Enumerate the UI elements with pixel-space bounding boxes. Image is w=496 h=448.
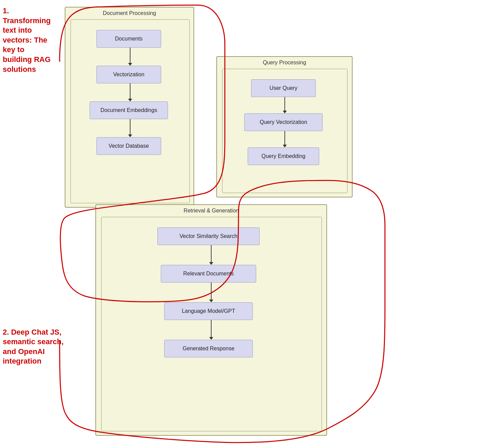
arrow-lm-to-gr	[209, 320, 213, 340]
query-vectorization-node: Query Vectorization	[244, 113, 323, 131]
generated-response-node: Generated Response	[164, 340, 253, 357]
doc-processing-inner: Documents Vectorization Document Embeddi…	[71, 19, 190, 203]
user-query-node: User Query	[251, 79, 316, 97]
query-processing-section: Query Processing User Query Query Vector…	[216, 56, 353, 197]
diagram: Document Processing Documents Vectorizat…	[58, 3, 433, 443]
arrow-emb-to-db	[128, 119, 132, 137]
query-processing-label: Query Processing	[263, 60, 306, 66]
retrieval-section: Retrieval & Generation Vector Similarity…	[95, 204, 327, 436]
arrow-qv-to-qe	[283, 131, 287, 147]
doc-processing-label: Document Processing	[103, 10, 156, 16]
arrow-uq-to-qv	[283, 97, 287, 113]
arrow-vss-to-rd	[209, 245, 213, 265]
language-model-node: Language Model/GPT	[164, 302, 253, 320]
retrieval-inner: Vector Similarity Search Relevant Docume…	[101, 217, 322, 431]
documents-node: Documents	[96, 30, 161, 48]
arrow-rd-to-lm	[209, 283, 213, 302]
vectorization-node: Vectorization	[96, 66, 161, 83]
arrow-vec-to-emb	[128, 83, 132, 101]
relevant-documents-node: Relevant Documents	[161, 265, 256, 283]
query-processing-inner: User Query Query Vectorization Query Emb…	[222, 69, 347, 193]
query-embedding-node: Query Embedding	[248, 147, 319, 165]
annotation-top-left: 1. Transforming text into vectors: The k…	[3, 6, 56, 74]
vector-database-node: Vector Database	[96, 137, 161, 155]
doc-processing-section: Document Processing Documents Vectorizat…	[65, 7, 194, 208]
vector-similarity-search-node: Vector Similarity Search	[157, 227, 260, 245]
arrow-doc-to-vec	[128, 48, 132, 66]
retrieval-label: Retrieval & Generation	[184, 208, 239, 214]
doc-embeddings-node: Document Embeddings	[90, 101, 168, 119]
